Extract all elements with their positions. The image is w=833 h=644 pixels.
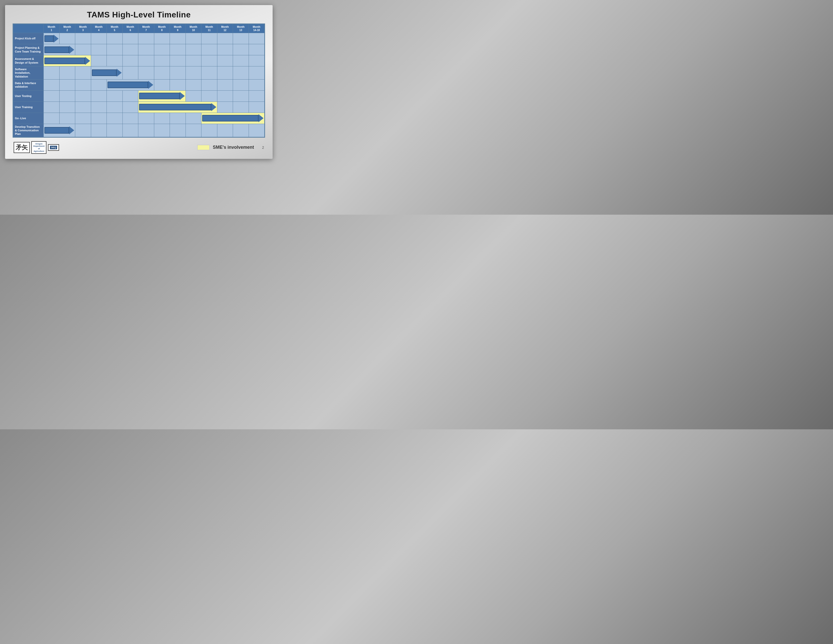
row-label-7: Go -Live — [13, 113, 43, 124]
table-row: Project Planning & Core Team Training — [13, 44, 265, 55]
gantt-cell-r1-c8 — [170, 44, 186, 55]
header-month-1: Month1 — [43, 24, 60, 33]
gantt-cell-r5-c11 — [217, 90, 233, 101]
gantt-cell-r8-c9 — [185, 124, 201, 137]
gantt-cell-r0-c10 — [201, 33, 217, 44]
legend-area: SME's involvement 2 — [197, 145, 264, 150]
page-number: 2 — [262, 145, 264, 150]
header-label-col — [13, 24, 43, 33]
gantt-cell-r6-c5 — [122, 101, 138, 113]
gantt-cell-r2-c5 — [122, 55, 138, 66]
gantt-cell-r5-c2 — [75, 90, 91, 101]
gantt-cell-r4-c13 — [249, 79, 265, 90]
gantt-cell-r8-c7 — [154, 124, 170, 137]
arrow-r7 — [202, 114, 264, 122]
gantt-cell-r2-c4 — [107, 55, 123, 66]
gantt-cell-r4-c3 — [91, 79, 107, 90]
gantt-cell-r6-c2 — [75, 101, 91, 113]
gantt-cell-r4-c11 — [217, 79, 233, 90]
gantt-cell-r4-c0 — [43, 79, 60, 90]
gantt-cell-r4-c2 — [75, 79, 91, 90]
gantt-cell-r3-c5 — [122, 66, 138, 80]
gantt-cell-r3-c12 — [233, 66, 249, 80]
gantt-cell-r3-c11 — [217, 66, 233, 80]
gantt-cell-r2-c9 — [185, 55, 201, 66]
gantt-cell-r3-c7 — [154, 66, 170, 80]
gantt-cell-r7-c8 — [170, 113, 186, 124]
gantt-cell-r3-c8 — [170, 66, 186, 80]
arrow-r2 — [44, 57, 90, 65]
gantt-cell-r1-c13 — [249, 44, 265, 55]
gantt-cell-r2-c7 — [154, 55, 170, 66]
gantt-cell-r7-c1 — [60, 113, 75, 124]
gantt-cell-r7-c4 — [107, 113, 123, 124]
slide-container: TAMS High-Level Timeline Month1Month2Mon… — [5, 5, 273, 159]
row-label-4: Data & Interface validation — [13, 79, 43, 90]
gantt-cell-r4-c10 — [201, 79, 217, 90]
gantt-cell-r2-c11 — [217, 55, 233, 66]
gantt-chart: Month1Month2Month3Month4Month5Month6Mont… — [13, 24, 265, 138]
table-row: Go -Live — [13, 113, 265, 124]
row-label-6: User Training — [13, 101, 43, 113]
header-month-4: Month4 — [91, 24, 107, 33]
gantt-cell-r7-c3 — [91, 113, 107, 124]
table-row: Project Kick-off — [13, 33, 265, 44]
gantt-cell-r0-c7 — [154, 33, 170, 44]
gantt-cell-r2-c13 — [249, 55, 265, 66]
gantt-cell-r1-c0 — [43, 44, 75, 55]
table-row: Data & Interface validation — [13, 79, 265, 90]
arrow-r0 — [44, 35, 59, 43]
gantt-cell-r3-c9 — [185, 66, 201, 80]
header-month-3: Month3 — [75, 24, 91, 33]
gantt-cell-r6-c11 — [217, 101, 233, 113]
gantt-cell-r8-c5 — [122, 124, 138, 137]
logo-oregon: OregonDepartmentofAgriculture — [31, 141, 47, 154]
gantt-cell-r6-c13 — [249, 101, 265, 113]
header-row: Month1Month2Month3Month4Month5Month6Mont… — [13, 24, 265, 33]
arrow-r6 — [139, 103, 216, 111]
row-label-0: Project Kick-off — [13, 33, 43, 44]
table-row: User Training — [13, 101, 265, 113]
header-month-8: Month8 — [154, 24, 170, 33]
gantt-cell-r0-c11 — [217, 33, 233, 44]
gantt-cell-r8-c3 — [91, 124, 107, 137]
header-month-6: Month6 — [122, 24, 138, 33]
gantt-cell-r8-c2 — [75, 124, 91, 137]
table-row: User Testing — [13, 90, 265, 101]
row-label-3: Software Installation, Validation — [13, 66, 43, 80]
gantt-cell-r4-c12 — [233, 79, 249, 90]
gantt-cell-r7-c2 — [75, 113, 91, 124]
header-month-2: Month2 — [60, 24, 75, 33]
gantt-cell-r2-c8 — [170, 55, 186, 66]
arrow-r4 — [108, 81, 153, 89]
gantt-cell-r0-c13 — [249, 33, 265, 44]
legend-color-box — [197, 145, 210, 150]
gantt-cell-r3-c0 — [43, 66, 60, 80]
gantt-cell-r5-c1 — [60, 90, 75, 101]
oregon-text: OregonDepartmentofAgriculture — [33, 143, 44, 152]
table-row: Assessment & Design of System — [13, 55, 265, 66]
gantt-cell-r8-c13 — [249, 124, 265, 137]
arrow-r1 — [44, 46, 74, 54]
gantt-cell-r1-c3 — [91, 44, 107, 55]
gantt-cell-r7-c10 — [201, 113, 265, 124]
gantt-cell-r3-c2 — [75, 66, 91, 80]
logo-deq: DEQ — [48, 144, 59, 151]
gantt-cell-r2-c12 — [233, 55, 249, 66]
gantt-cell-r1-c10 — [201, 44, 217, 55]
gantt-cell-r0-c5 — [122, 33, 138, 44]
legend-label: SME's involvement — [213, 145, 254, 150]
gantt-cell-r1-c9 — [185, 44, 201, 55]
table-row: Software Installation, Validation — [13, 66, 265, 80]
gantt-cell-r0-c2 — [75, 33, 91, 44]
gantt-cell-r5-c9 — [185, 90, 201, 101]
gantt-cell-r4-c1 — [60, 79, 75, 90]
gantt-cell-r3-c13 — [249, 66, 265, 80]
logo-area: ⽭⽮ OregonDepartmentofAgriculture DEQ — [14, 141, 59, 154]
page-title: TAMS High-Level Timeline — [13, 10, 265, 19]
gantt-cell-r0-c3 — [91, 33, 107, 44]
gantt-cell-r1-c2 — [75, 44, 91, 55]
gantt-cell-r5-c13 — [249, 90, 265, 101]
gantt-cell-r4-c9 — [185, 79, 201, 90]
gantt-cell-r0-c0 — [43, 33, 60, 44]
